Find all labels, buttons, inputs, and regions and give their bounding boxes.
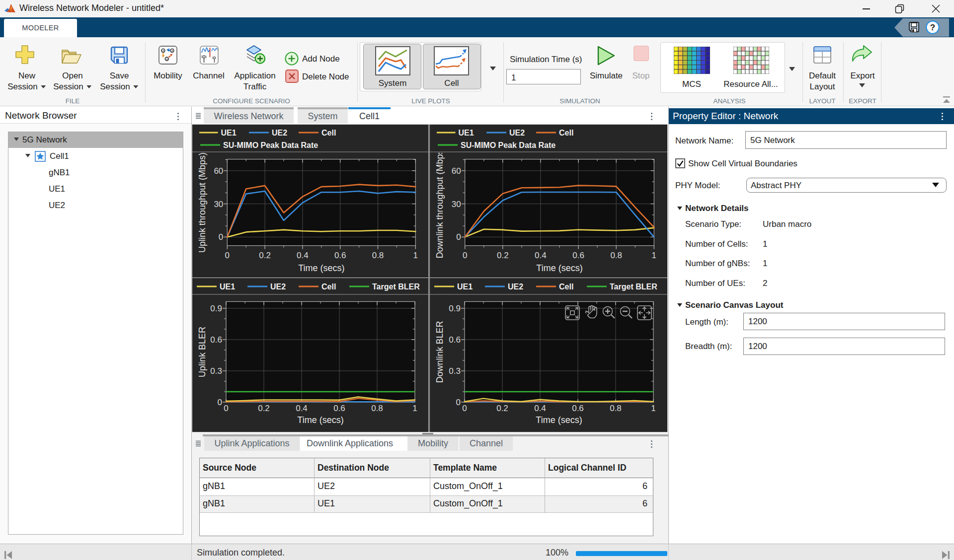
svg-text:0.2: 0.2 (497, 251, 509, 260)
svg-text:0.8: 0.8 (610, 251, 622, 260)
svg-text:Cell: Cell (321, 282, 336, 291)
svg-text:Time (secs): Time (secs) (298, 263, 344, 273)
svg-text:0: 0 (219, 232, 223, 242)
svg-text:Cell: Cell (559, 129, 573, 137)
svg-text:0: 0 (224, 404, 228, 413)
svg-text:0.6: 0.6 (449, 335, 461, 345)
svg-text:30: 30 (452, 200, 461, 209)
svg-text:1: 1 (651, 404, 655, 413)
svg-text:0: 0 (456, 232, 461, 242)
svg-text:UE1: UE1 (459, 129, 474, 137)
svg-text:0.4: 0.4 (534, 404, 546, 413)
svg-text:Uplink throughput (Mbps): Uplink throughput (Mbps) (197, 152, 207, 253)
svg-text:Time (secs): Time (secs) (536, 415, 582, 425)
svg-text:60: 60 (214, 166, 223, 176)
svg-text:0.6: 0.6 (210, 335, 222, 345)
svg-text:Cell: Cell (559, 282, 573, 291)
svg-text:0.4: 0.4 (535, 251, 547, 260)
svg-text:0: 0 (463, 251, 467, 260)
svg-text:0.9: 0.9 (210, 304, 222, 313)
svg-text:0.2: 0.2 (259, 251, 271, 260)
svg-text:0: 0 (225, 251, 230, 260)
svg-text:0.3: 0.3 (210, 366, 222, 376)
svg-text:0.8: 0.8 (610, 404, 622, 413)
svg-text:30: 30 (214, 200, 223, 209)
svg-text:Cell: Cell (321, 129, 336, 137)
svg-text:0: 0 (456, 398, 461, 407)
svg-text:UE1: UE1 (220, 282, 235, 291)
svg-text:Time (secs): Time (secs) (297, 415, 343, 425)
svg-text:1: 1 (413, 251, 418, 260)
svg-text:1: 1 (412, 404, 417, 413)
svg-text:UE1: UE1 (457, 282, 473, 291)
svg-text:Target BLER: Target BLER (610, 282, 657, 291)
svg-text:Target BLER: Target BLER (372, 282, 420, 291)
svg-text:Uplink BLER: Uplink BLER (197, 327, 207, 377)
svg-text:0.6: 0.6 (333, 404, 345, 413)
svg-text:0: 0 (218, 398, 222, 407)
svg-text:UE2: UE2 (508, 282, 523, 291)
svg-text:1: 1 (652, 251, 656, 260)
svg-text:0.8: 0.8 (371, 404, 383, 413)
svg-text:Downlink BLER: Downlink BLER (435, 321, 445, 383)
svg-text:UE1: UE1 (221, 129, 237, 137)
svg-text:0.4: 0.4 (296, 404, 308, 413)
svg-text:60: 60 (452, 166, 461, 176)
svg-text:0.8: 0.8 (372, 251, 384, 260)
svg-text:0.2: 0.2 (496, 404, 508, 413)
svg-text:0.6: 0.6 (572, 404, 584, 413)
svg-text:Downlink throughput (Mbps): Downlink throughput (Mbps) (435, 146, 445, 258)
svg-text:SU-MIMO Peak Data Rate: SU-MIMO Peak Data Rate (223, 141, 318, 149)
svg-text:0.3: 0.3 (449, 366, 461, 376)
svg-text:0.9: 0.9 (449, 304, 461, 313)
svg-text:UE2: UE2 (272, 129, 287, 137)
svg-text:SU-MIMO Peak Data Rate: SU-MIMO Peak Data Rate (461, 141, 556, 149)
svg-text:?: ? (930, 23, 935, 32)
svg-text:Time (secs): Time (secs) (536, 263, 582, 273)
svg-text:0.4: 0.4 (297, 251, 309, 260)
svg-text:0.6: 0.6 (334, 251, 346, 260)
svg-text:UE2: UE2 (509, 129, 525, 137)
svg-text:0.6: 0.6 (572, 251, 584, 260)
svg-text:0.2: 0.2 (258, 404, 270, 413)
svg-text:UE2: UE2 (270, 282, 286, 291)
svg-text:0: 0 (462, 404, 467, 413)
